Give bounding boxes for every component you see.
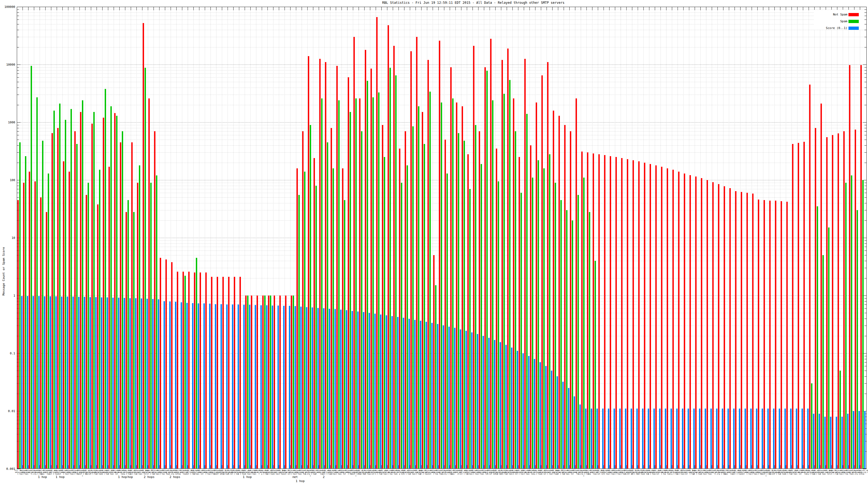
x-tick-bottom xyxy=(786,465,786,468)
x-gridline xyxy=(444,7,444,468)
x-tick-top xyxy=(547,7,547,10)
bar-score-0-1- xyxy=(733,409,735,468)
x-tick-bottom xyxy=(837,465,837,468)
y-minor-tick xyxy=(865,47,866,47)
y-minor-tick xyxy=(865,261,866,261)
x-tick-bottom xyxy=(68,465,68,468)
x-tick-top xyxy=(45,7,45,10)
bar-spam xyxy=(538,160,539,468)
bar-score-0-1- xyxy=(762,409,763,468)
bar-not-spam xyxy=(707,180,708,468)
bar-spam xyxy=(480,164,482,468)
x-tick-bottom xyxy=(831,465,832,468)
bar-score-0-1- xyxy=(363,312,364,468)
bar-score-0-1- xyxy=(169,301,170,468)
y-minor-tick xyxy=(17,193,19,193)
bar-score-0-1- xyxy=(226,304,227,468)
bar-not-spam xyxy=(735,191,737,468)
bar-score-0-1- xyxy=(579,404,581,468)
x-tick-bottom xyxy=(490,465,490,468)
x-tick-bottom xyxy=(199,465,199,468)
bar-not-spam xyxy=(137,183,138,468)
x-gridline xyxy=(467,7,467,468)
x-tick-top xyxy=(564,7,564,10)
bar-score-0-1- xyxy=(386,315,387,468)
bar-score-0-1- xyxy=(699,409,701,468)
x-gridline xyxy=(809,7,809,468)
x-tick-top xyxy=(364,7,365,10)
bar-spam xyxy=(560,200,562,468)
x-gridline xyxy=(433,7,433,468)
x-gridline xyxy=(626,7,627,468)
bar-not-spam xyxy=(205,272,207,468)
x-gridline xyxy=(404,7,404,468)
bar-spam xyxy=(105,89,106,468)
bar-spam xyxy=(42,141,43,468)
bar-spam xyxy=(435,285,436,468)
bar-score-0-1- xyxy=(50,296,51,468)
bar-not-spam xyxy=(496,149,497,468)
bar-score-0-1- xyxy=(648,409,649,468)
x-tick-top xyxy=(148,7,148,10)
x-tick-top xyxy=(410,7,410,10)
bar-not-spam xyxy=(661,167,662,468)
x-gridline xyxy=(74,7,74,468)
bar-score-0-1- xyxy=(864,411,866,468)
x-tick-top xyxy=(649,7,649,10)
x-tick-bottom xyxy=(28,465,29,468)
bar-score-0-1- xyxy=(300,306,302,468)
bar-score-0-1- xyxy=(408,319,410,468)
bar-not-spam xyxy=(718,184,719,468)
x-tick-bottom xyxy=(23,465,23,468)
x-gridline xyxy=(478,7,478,468)
x-tick-bottom xyxy=(404,465,404,468)
bar-spam xyxy=(304,172,305,468)
bar-spam xyxy=(82,100,83,468)
x-tick-bottom xyxy=(735,465,735,468)
x-gridline xyxy=(769,7,769,468)
y-minor-tick xyxy=(17,163,19,163)
bar-spam xyxy=(862,180,864,468)
legend-swatch-spam-icon xyxy=(848,20,859,23)
bar-spam xyxy=(509,80,510,468)
bar-not-spam xyxy=(655,165,657,468)
bar-score-0-1- xyxy=(175,302,176,468)
bar-not-spam xyxy=(712,182,714,468)
bar-spam xyxy=(111,106,112,468)
x-gridline xyxy=(410,7,410,468)
bar-not-spam xyxy=(177,272,178,468)
x-tick-bottom xyxy=(376,465,376,468)
bar-not-spam xyxy=(541,75,543,468)
bar-score-0-1- xyxy=(135,298,136,468)
x-tick-bottom xyxy=(284,465,285,468)
bar-not-spam xyxy=(171,262,173,468)
x-gridline xyxy=(381,7,382,468)
x-gridline xyxy=(364,7,365,468)
y-minor-tick xyxy=(17,125,19,125)
bar-not-spam xyxy=(228,277,229,468)
bar-not-spam xyxy=(781,201,782,468)
x-tick-top xyxy=(307,7,308,10)
bar-spam xyxy=(828,227,830,468)
bar-spam xyxy=(184,276,186,468)
bar-score-0-1- xyxy=(90,297,91,468)
bar-score-0-1- xyxy=(147,299,148,468)
bar-score-0-1- xyxy=(443,325,444,468)
x-tick-top xyxy=(461,7,461,10)
bar-not-spam xyxy=(673,170,674,468)
x-gridline xyxy=(848,7,849,468)
bar-not-spam xyxy=(393,46,395,468)
x-tick-bottom xyxy=(541,465,541,468)
bar-spam xyxy=(555,183,556,468)
x-tick-bottom xyxy=(290,465,290,468)
bar-not-spam xyxy=(69,172,70,468)
x-tick-top xyxy=(797,7,798,10)
bar-spam xyxy=(407,165,408,468)
x-tick-bottom xyxy=(535,465,535,468)
bar-not-spam xyxy=(428,60,429,468)
x-gridline xyxy=(774,7,775,468)
bar-score-0-1- xyxy=(471,332,472,468)
x-tick-top xyxy=(717,7,718,10)
x-gridline xyxy=(615,7,615,468)
bar-score-0-1- xyxy=(653,409,655,468)
